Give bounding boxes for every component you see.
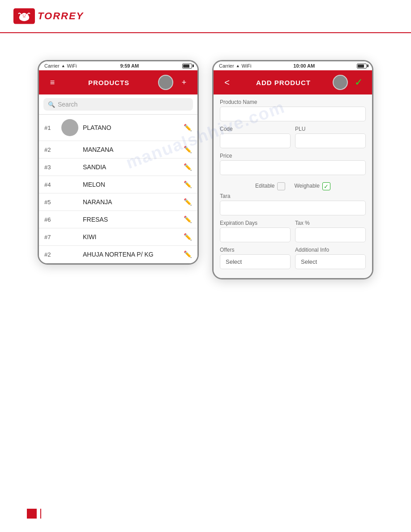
- product-num-7: #7: [44, 234, 57, 240]
- offers-select-button[interactable]: Select: [220, 254, 291, 269]
- tara-group: Tara: [220, 193, 366, 215]
- offers-group: Offers Select: [220, 247, 291, 269]
- product-num-5: #5: [44, 199, 57, 206]
- content-area: Carrier ▲ WiFi 9:59 AM ≡ PRODUCTS +: [0, 33, 411, 297]
- expiration-group: Expiration Days: [220, 220, 291, 242]
- expiration-input[interactable]: [220, 227, 291, 242]
- top-bar: TORREY: [0, 0, 411, 33]
- weighable-checkbox[interactable]: ✓: [322, 182, 330, 190]
- product-name-6: FRESAS: [83, 216, 179, 223]
- brand-name: TORREY: [38, 10, 84, 22]
- search-icon: 🔍: [48, 101, 55, 108]
- products-screen: Carrier ▲ WiFi 9:59 AM ≡ PRODUCTS +: [38, 60, 199, 265]
- svg-point-4: [26, 15, 29, 16]
- battery-left: [182, 64, 192, 69]
- editable-label: Editable: [255, 183, 274, 189]
- product-name-7: KIWI: [83, 233, 179, 240]
- products-title: PRODUCTS: [88, 79, 129, 86]
- list-item[interactable]: #4 MELON ✏️: [39, 176, 197, 193]
- user-avatar-left: [158, 75, 173, 90]
- product-name-2: MANZANA: [83, 146, 179, 153]
- edit-icon-8[interactable]: ✏️: [184, 250, 192, 258]
- price-input[interactable]: [220, 160, 366, 175]
- edit-icon-2[interactable]: ✏️: [184, 146, 192, 154]
- edit-icon-3[interactable]: ✏️: [184, 163, 192, 171]
- back-button[interactable]: <: [220, 75, 234, 90]
- status-bar-right: Carrier ▲ WiFi 10:00 AM: [214, 61, 372, 70]
- product-num-8: #2: [44, 251, 57, 258]
- wifi-icon-left: WiFi: [67, 63, 77, 69]
- product-name-1: PLATANO: [83, 124, 179, 131]
- checkbox-row: Editable Weighable ✓: [220, 180, 366, 193]
- weighable-checkbox-group: Weighable ✓: [294, 182, 330, 190]
- expiration-label: Expiration Days: [220, 220, 291, 226]
- code-plu-row: Code PLU: [220, 126, 366, 153]
- list-item[interactable]: #2 MANZANA ✏️: [39, 141, 197, 159]
- product-name-3: SANDIA: [83, 163, 179, 171]
- edit-icon-7[interactable]: ✏️: [184, 233, 192, 241]
- add-product-button[interactable]: +: [177, 75, 191, 90]
- battery-right: [357, 64, 367, 69]
- product-num-3: #3: [44, 164, 57, 171]
- search-bar: 🔍 Search: [39, 94, 197, 115]
- svg-point-8: [23, 17, 24, 17]
- svg-point-7: [23, 16, 26, 18]
- editable-checkbox[interactable]: [277, 182, 285, 190]
- search-input-wrap[interactable]: 🔍 Search: [43, 98, 193, 111]
- product-num-2: #2: [44, 146, 57, 153]
- time-left: 9:59 AM: [120, 63, 139, 69]
- carrier-right: Carrier: [219, 63, 234, 69]
- additional-select-button[interactable]: Select: [295, 254, 366, 269]
- tax-input[interactable]: [295, 227, 366, 242]
- product-name-input[interactable]: [220, 107, 366, 121]
- svg-point-3: [20, 15, 22, 16]
- edit-icon-6[interactable]: ✏️: [184, 215, 192, 223]
- signal-icon-left: ▲: [61, 64, 65, 68]
- list-item[interactable]: #1 PLATANO ✏️: [39, 115, 197, 141]
- list-item[interactable]: #6 FRESAS ✏️: [39, 211, 197, 228]
- product-name-group: Producto Name: [220, 99, 366, 121]
- product-name-5: NARANJA: [83, 198, 179, 206]
- svg-point-5: [23, 15, 24, 16]
- product-num-6: #6: [44, 216, 57, 223]
- list-item[interactable]: #7 KIWI ✏️: [39, 228, 197, 246]
- page-footer: [27, 509, 41, 519]
- bull-icon: [13, 8, 35, 24]
- add-product-title: ADD PRODUCT: [256, 79, 311, 86]
- carrier-left: Carrier: [44, 63, 60, 69]
- footer-line: [40, 509, 41, 519]
- tara-input[interactable]: [220, 201, 366, 215]
- plu-group: PLU: [295, 126, 366, 148]
- add-product-form: Producto Name Code PLU Price: [214, 94, 372, 278]
- wifi-icon-right: WiFi: [242, 63, 252, 69]
- menu-button[interactable]: ≡: [45, 75, 60, 90]
- plu-input[interactable]: [295, 133, 366, 148]
- edit-icon-5[interactable]: ✏️: [184, 198, 192, 206]
- search-input[interactable]: Search: [58, 101, 77, 108]
- offers-additional-row: Offers Select Additional Info Select: [220, 247, 366, 274]
- list-item[interactable]: #3 SANDIA ✏️: [39, 159, 197, 176]
- offers-label: Offers: [220, 247, 291, 253]
- edit-icon-4[interactable]: ✏️: [184, 180, 192, 189]
- additional-group: Additional Info Select: [295, 247, 366, 269]
- exp-tax-row: Expiration Days Tax %: [220, 220, 366, 247]
- product-num-4: #4: [44, 181, 57, 188]
- price-group: Price: [220, 153, 366, 175]
- confirm-button[interactable]: ✓: [351, 75, 366, 90]
- list-item[interactable]: #5 NARANJA ✏️: [39, 193, 197, 211]
- status-bar-left: Carrier ▲ WiFi 9:59 AM: [39, 61, 197, 70]
- product-name-label: Producto Name: [220, 99, 366, 105]
- svg-point-9: [25, 17, 25, 17]
- signal-icon-right: ▲: [236, 64, 240, 68]
- page-number: [27, 509, 37, 519]
- product-name-8: AHUJA NORTENA P/ KG: [83, 251, 179, 258]
- additional-label: Additional Info: [295, 247, 366, 253]
- tax-group: Tax %: [295, 220, 366, 242]
- edit-icon-1[interactable]: ✏️: [184, 124, 192, 132]
- svg-point-6: [25, 15, 26, 16]
- products-header: ≡ PRODUCTS +: [39, 70, 197, 94]
- code-input[interactable]: [220, 133, 291, 148]
- list-item[interactable]: #2 AHUJA NORTENA P/ KG ✏️: [39, 246, 197, 263]
- price-label: Price: [220, 153, 366, 159]
- tara-label: Tara: [220, 193, 366, 199]
